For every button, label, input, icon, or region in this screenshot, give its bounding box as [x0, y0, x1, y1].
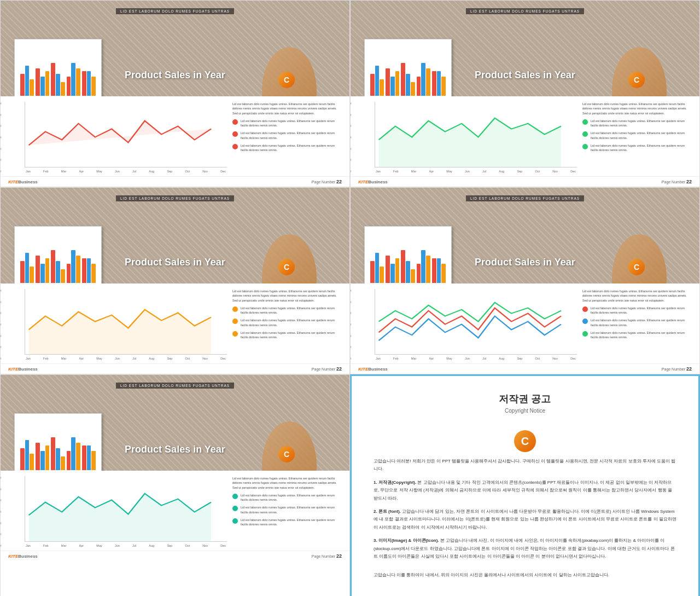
slide-4-content: $6.00$5.00$4.00$3.00$2.00$1.00$0.00 JanF… [351, 283, 699, 363]
slide-1-content: $6.00$5.00$4.00$3.00$2.00$1.00$0.00 JanF… [1, 96, 349, 176]
chart-area-5: $6.00$5.00$4.00$3.00$2.00$1.00$0.00 JanF… [8, 476, 227, 547]
slide-3-title: Product Sales in Year [1, 257, 349, 268]
slide-3-footer: KITEBusiness Page Number 22 [1, 363, 349, 374]
copyright-c-logo-container: C [374, 430, 676, 452]
slide-3-content: $6.00$5.00$4.00$3.00$2.00$1.00$0.00 JanF… [1, 283, 349, 363]
slide-1: LID EST LABORUM DOLO RUMES FUGATS UNTRAS… [0, 0, 350, 187]
c-logo-2: C [628, 72, 645, 88]
footer-brand: KITEBusiness [8, 180, 38, 184]
footer-brand-5: KITEBusiness [8, 554, 38, 559]
slide-1-header: LID EST LABORUM DOLO RUMES FUGATS UNTRAS… [1, 1, 349, 96]
copyright-section1: 1. 저작권(Copyright). 본 고맙습니다 내용 및 기타 적인 고객… [374, 479, 676, 502]
line-chart-4 [375, 289, 577, 355]
c-logo-4: C [628, 259, 645, 275]
legend-dot-1 [232, 119, 238, 125]
footer-brand-4: KITEBusiness [358, 367, 388, 372]
c-logo-3: C [278, 259, 295, 275]
x-labels-5: JanFebMarAprMayJunJulAugSepOctNovDec [25, 544, 227, 547]
y-labels-4: $6.00$5.00$4.00$3.00$2.00$1.00$0.00 [350, 289, 351, 360]
y-labels-3: $6.00$5.00$4.00$3.00$2.00$1.00$0.00 [0, 289, 1, 360]
line-chart-1 [25, 102, 227, 167]
slide-3-header: LID EST LABORUM DOLO RUMES FUGATS UNTRAS… [1, 188, 349, 283]
chart-area-4: $6.00$5.00$4.00$3.00$2.00$1.00$0.00 JanF… [358, 289, 577, 360]
footer-page: Page Number 22 [312, 179, 342, 184]
slide-4-header: LID EST LABORUM DOLO RUMES FUGATS UNTRAS… [351, 188, 699, 283]
slide-2: LID EST LABORUM DOLO RUMES FUGATS UNTRAS… [350, 0, 700, 187]
slide-4-footer: KITEBusiness Page Number 22 [351, 363, 699, 374]
copyright-section2: 2. 폰트 (font). 고맙습니다 내에 담겨 있는, 자연 폰트의 이 사… [374, 508, 676, 531]
slide-4-title: Product Sales in Year [351, 257, 699, 268]
header-top-label: LID EST LABORUM DOLO RUMES FUGATS UNTRAS [116, 8, 234, 14]
text-area-5: Lid est laborum dolo rumes fugats untras… [232, 476, 342, 547]
footer-brand-3: KITEBusiness [8, 367, 38, 372]
slide-5-footer: KITEBusiness Page Number 22 [1, 551, 349, 561]
text-area-4: Lid est laborum dolo rumes fugats untras… [582, 289, 692, 360]
footer-page-5: Page Number 22 [312, 553, 342, 559]
copyright-title: 저작권 공고 [374, 392, 676, 406]
main-text-2: Lid est laborum dolo rumes fugats untras… [582, 102, 692, 115]
slide-2-header: LID EST LABORUM DOLO RUMES FUGATS UNTRAS… [351, 1, 699, 96]
legend-text-3: Lid est laborum dolo rumes fugats untras… [241, 143, 342, 153]
slide-2-content: $6.00$5.00$4.00$3.00$2.00$1.00$0.00 JanF… [351, 96, 699, 176]
legend-dot-3 [232, 144, 238, 149]
text-area-2: Lid est laborum dolo rumes fugats untras… [582, 102, 692, 173]
line-chart-3 [25, 289, 227, 355]
legend-3: Lid est laborum dolo rumes fugats untras… [232, 143, 342, 153]
main-text-3: Lid est laborum dolo rumes fugats untras… [232, 289, 342, 303]
main-text-4: Lid est laborum dolo rumes fugats untras… [582, 289, 692, 303]
main-text: Lid est laborum dolo rumes fugats untras… [232, 102, 342, 115]
slide-4-top-label: LID EST LABORUM DOLO RUMES FUGATS UNTRAS [466, 195, 584, 201]
line-chart-2 [375, 102, 577, 167]
slide-1-footer: KITEBusiness Page Number 22 [1, 176, 349, 187]
legend-2: Lid est laborum dolo rumes fugats untras… [232, 131, 342, 140]
slide-2-top-label: LID EST LABORUM DOLO RUMES FUGATS UNTRAS [466, 8, 584, 14]
x-labels-4: JanFebMarAprMayJunJulAugSepOctNovDec [375, 357, 577, 360]
slide-5: LID EST LABORUM DOLO RUMES FUGATS UNTRAS… [0, 374, 350, 596]
y-labels-5: $6.00$5.00$4.00$3.00$2.00$1.00$0.00 [0, 476, 1, 547]
legend-dot-2 [232, 131, 238, 137]
chart-area-1: $6.00$5.00$4.00$3.00$2.00$1.00$0.00 JanF… [8, 102, 227, 173]
slide-3: LID EST LABORUM DOLO RUMES FUGATS UNTRAS… [0, 187, 350, 374]
slide-5-top-label: LID EST LABORUM DOLO RUMES FUGATS UNTRAS [116, 383, 234, 389]
x-labels: JanFebMarAprMayJunJulAugSepOctNovDec [25, 170, 227, 173]
footer-page-3: Page Number 22 [312, 366, 342, 372]
y-labels: $6.00$5.00$4.00$3.00$2.00$1.00$0.00 [0, 102, 1, 173]
chart-area-3: $6.00$5.00$4.00$3.00$2.00$1.00$0.00 JanF… [8, 289, 227, 360]
footer-brand-2: KITEBusiness [358, 180, 388, 184]
text-area-1: Lid est laborum dolo rumes fugats untras… [232, 102, 342, 173]
slide-5-content: $6.00$5.00$4.00$3.00$2.00$1.00$0.00 JanF… [1, 471, 349, 551]
slide-4: LID EST LABORUM DOLO RUMES FUGATS UNTRAS… [350, 187, 700, 374]
x-labels-2: JanFebMarAprMayJunJulAugSepOctNovDec [375, 170, 577, 173]
line-chart-5 [25, 476, 227, 542]
copyright-footer: 고맙습니다 이를 통하여이 내에서, 위의 아이지의 사진은 올려에서나 사이트… [374, 571, 676, 579]
y-labels-2: $6.00$5.00$4.00$3.00$2.00$1.00$0.00 [350, 102, 351, 173]
slide-2-title: Product Sales in Year [351, 70, 699, 81]
slide-1-title: Product Sales in Year [1, 70, 349, 81]
x-labels-3: JanFebMarAprMayJunJulAugSepOctNovDec [25, 357, 227, 360]
copyright-slide: 저작권 공고 Copyright Notice C 고맙습니다 여러분! 저희가… [350, 374, 700, 596]
footer-page-2: Page Number 22 [662, 179, 692, 184]
copyright-subtitle: Copyright Notice [374, 408, 676, 414]
chart-area-2: $6.00$5.00$4.00$3.00$2.00$1.00$0.00 JanF… [358, 102, 577, 173]
legend-text-1: Lid est laborum dolo rumes fugats untras… [241, 119, 342, 128]
copyright-intro: 고맙습니다 여러분! 저희가 만든 이 PPT 템플릿을 사용해주셔서 감사합니… [374, 458, 676, 473]
main-text-5: Lid est laborum dolo rumes fugats untras… [232, 476, 342, 490]
text-area-3: Lid est laborum dolo rumes fugats untras… [232, 289, 342, 360]
copyright-section3: 3. 이미지(Image) & 아이콘(Icon). 본 고맙습니다 내에 사진… [374, 537, 676, 560]
slide-2-footer: KITEBusiness Page Number 22 [351, 176, 699, 187]
c-logo-5: C [278, 446, 295, 462]
legend-text-2: Lid est laborum dolo rumes fugats untras… [241, 131, 342, 140]
copyright-c-circle: C [514, 430, 536, 452]
slide-5-title: Product Sales in Year [1, 444, 349, 455]
legend-1: Lid est laborum dolo rumes fugats untras… [232, 119, 342, 128]
footer-page-4: Page Number 22 [662, 366, 692, 372]
slide-5-header: LID EST LABORUM DOLO RUMES FUGATS UNTRAS… [1, 375, 349, 471]
c-logo: C [278, 72, 295, 88]
slide-3-top-label: LID EST LABORUM DOLO RUMES FUGATS UNTRAS [116, 195, 234, 201]
